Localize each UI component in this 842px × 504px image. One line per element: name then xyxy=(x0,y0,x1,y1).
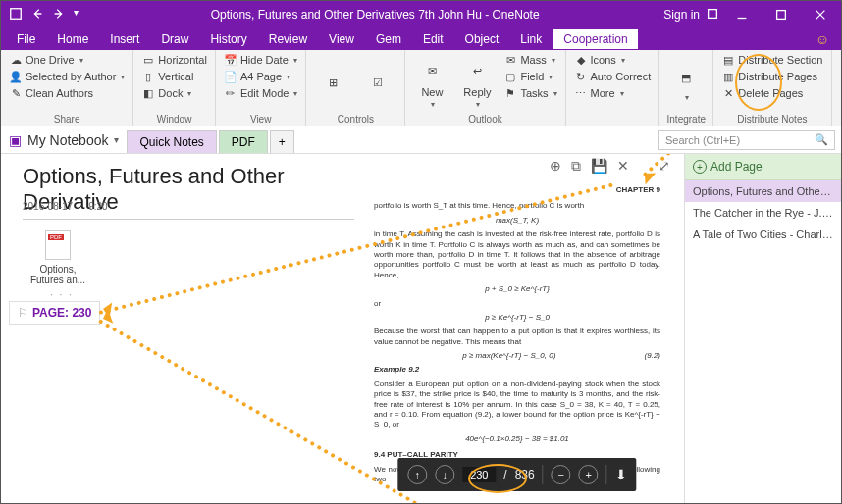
checkbox-icon: ☑ xyxy=(364,70,392,97)
maximize-button[interactable] xyxy=(764,1,798,28)
controls-split-button[interactable]: ⊞ xyxy=(312,52,353,114)
menu-link[interactable]: Link xyxy=(510,29,552,49)
cloud-icon: ☁ xyxy=(9,53,23,67)
vertical-button[interactable]: ▯Vertical xyxy=(139,69,209,84)
distribute-pages-button[interactable]: ▥Distribute Pages xyxy=(719,69,824,84)
pdf-page-up-button[interactable]: ↑ xyxy=(407,465,427,484)
menu-file[interactable]: File xyxy=(7,29,45,49)
tasks-button[interactable]: ⚑Tasks xyxy=(501,85,558,101)
dock-button[interactable]: ◧Dock xyxy=(139,85,209,101)
pdf-example-heading: Example 9.2 xyxy=(374,365,660,375)
horizontal-icon: ▭ xyxy=(141,53,155,67)
menu-review[interactable]: Review xyxy=(259,29,317,49)
notebook-name[interactable]: My Notebook xyxy=(27,132,108,148)
a4-page-button[interactable]: 📄A4 Page xyxy=(222,69,300,84)
page-list-item[interactable]: Options, Futures and Other Deriva xyxy=(685,180,841,202)
page-marker[interactable]: PAGE: 230 xyxy=(9,301,100,325)
distribute-section-button[interactable]: ▤Distribute Section xyxy=(719,52,824,68)
slideshow-button[interactable]: ▶Slide Show xyxy=(838,52,843,120)
page-sidebar: + Add Page Options, Futures and Other De… xyxy=(684,154,841,503)
menu-insert[interactable]: Insert xyxy=(100,29,149,49)
dist-pages-icon: ▥ xyxy=(721,70,735,83)
page-list-item[interactable]: A Tale of Two Cities - Charles Dic xyxy=(685,224,841,245)
menu-view[interactable]: View xyxy=(319,29,364,49)
pdf-expand-icon[interactable]: ⤢ xyxy=(658,158,670,175)
group-play-label: Play xyxy=(838,120,843,131)
delete-pages-button[interactable]: ✕Delete Pages xyxy=(719,85,824,101)
tab-quick-notes[interactable]: Quick Notes xyxy=(127,130,216,153)
tab-add[interactable]: + xyxy=(270,130,294,153)
edit-icon: ✏ xyxy=(224,86,237,100)
more-button[interactable]: ⋯More xyxy=(572,85,654,101)
undo-icon[interactable] xyxy=(30,7,44,24)
pdf-page-total: 836 xyxy=(515,468,535,481)
pdf-eq: max(S_T, K) xyxy=(374,216,660,226)
clean-authors-button[interactable]: ✎Clean Authors xyxy=(7,85,127,101)
pdf-attachment[interactable]: Options, Futures an... xyxy=(28,230,87,285)
field-icon: ▢ xyxy=(503,70,517,83)
pdf-content[interactable]: CHAPTER 9 portfolio is worth S_T at this… xyxy=(354,181,680,499)
menu-draw[interactable]: Draw xyxy=(151,29,198,49)
note-canvas[interactable]: Options, Futures and Other Derivative 20… xyxy=(1,154,684,503)
integrate-button[interactable]: ⬒ xyxy=(665,52,707,114)
sign-in-link[interactable]: Sign in xyxy=(663,8,700,22)
page-list-item[interactable]: The Catcher in the Rye - J.D. Salin xyxy=(685,202,841,224)
notebook-dropdown-icon[interactable]: ▾ xyxy=(114,134,119,145)
icons-button[interactable]: ◆Icons xyxy=(572,52,654,68)
edit-mode-button[interactable]: ✏Edit Mode xyxy=(222,85,300,101)
menu-cooperation[interactable]: Cooperation xyxy=(553,29,637,49)
pdf-preview-pane: ⊕ ⧉ 💾 ✕ ⤢ CHAPTER 9 portfolio is worth S… xyxy=(354,158,680,499)
ribbon: ☁One Drive 👤Selected by Author ✎Clean Au… xyxy=(1,50,841,126)
smile-icon[interactable]: ☺ xyxy=(816,31,835,47)
pdf-page-down-button[interactable]: ↓ xyxy=(435,465,454,484)
plus-icon: + xyxy=(693,160,707,174)
pdf-text: or xyxy=(374,299,660,309)
autocorrect-icon: ↻ xyxy=(574,70,588,83)
icons-icon: ◆ xyxy=(574,53,588,67)
menu-object[interactable]: Object xyxy=(455,29,509,49)
tab-pdf[interactable]: PDF xyxy=(219,130,268,153)
menu-gem[interactable]: Gem xyxy=(366,29,411,49)
pdf-page-input[interactable] xyxy=(462,467,496,482)
pdf-zoom-in-button[interactable]: + xyxy=(579,465,599,484)
add-page-button[interactable]: + Add Page xyxy=(685,154,841,180)
horizontal-button[interactable]: ▭Horizontal xyxy=(139,52,209,68)
autocorrect-button[interactable]: ↻Auto Correct xyxy=(572,69,654,84)
minimize-button[interactable] xyxy=(725,1,759,28)
drag-handle-icon[interactable]: · · · xyxy=(50,289,74,300)
pdf-insert-icon[interactable]: ⊕ xyxy=(550,158,561,175)
pdf-adobe-icon[interactable]: ⬇ xyxy=(615,467,627,482)
redo-icon[interactable] xyxy=(52,7,66,24)
close-button[interactable] xyxy=(804,1,837,28)
new-mail-button[interactable]: ✉New xyxy=(411,52,452,114)
pdf-copy-icon[interactable]: ⧉ xyxy=(571,158,581,175)
controls-checkbox-button[interactable]: ☑ xyxy=(357,52,398,114)
onedrive-button[interactable]: ☁One Drive xyxy=(7,52,127,68)
pdf-file-icon xyxy=(45,230,71,260)
reply-button[interactable]: ↩Reply xyxy=(456,52,498,114)
delete-icon: ✕ xyxy=(721,86,735,100)
mass-icon: ✉ xyxy=(503,53,517,67)
svg-rect-0 xyxy=(11,8,22,19)
clean-icon: ✎ xyxy=(9,86,23,100)
menu-history[interactable]: History xyxy=(200,29,256,49)
selected-by-author-button[interactable]: 👤Selected by Author xyxy=(7,69,127,84)
field-button[interactable]: ▢Field xyxy=(501,69,558,84)
menu-edit[interactable]: Edit xyxy=(413,29,453,49)
pdf-save-icon[interactable]: 💾 xyxy=(591,158,607,175)
mass-button[interactable]: ✉Mass xyxy=(501,52,558,68)
pdf-eq: p + S_0 ≥ Ke^{-rT} xyxy=(374,284,660,294)
controls-icon: ⊞ xyxy=(319,70,346,97)
pdf-eq: p ≥ max(Ke^{-rT} − S_0, 0)(9.2) xyxy=(374,351,660,361)
pdf-zoom-out-button[interactable]: − xyxy=(552,465,571,484)
search-input[interactable]: Search (Ctrl+E) 🔍 xyxy=(658,130,835,150)
author-icon: 👤 xyxy=(9,70,23,83)
vertical-icon: ▯ xyxy=(141,70,155,83)
account-icon[interactable] xyxy=(706,7,719,24)
pdf-close-icon[interactable]: ✕ xyxy=(617,158,629,175)
hide-date-button[interactable]: 📅Hide Date xyxy=(222,52,300,68)
pdf-text: Consider a European put option on a non-… xyxy=(374,379,660,430)
reply-icon: ↩ xyxy=(463,57,491,84)
qat-more-icon[interactable]: ▾ xyxy=(74,7,79,24)
menu-home[interactable]: Home xyxy=(47,29,98,49)
